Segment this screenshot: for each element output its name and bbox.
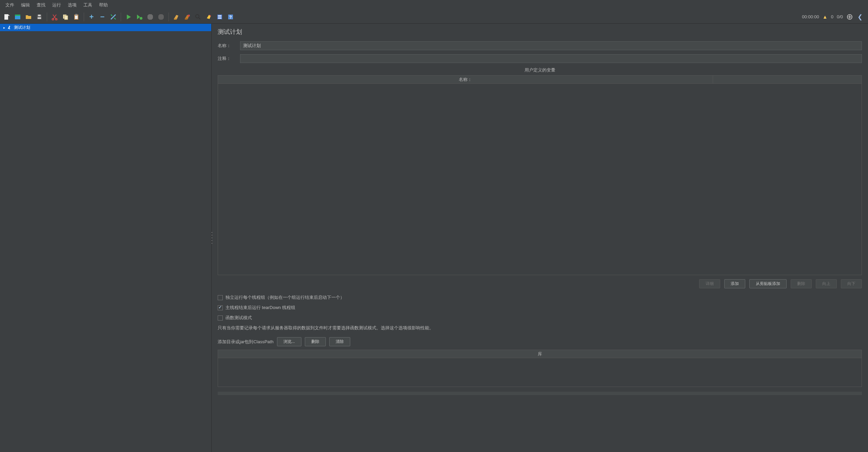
btn-add-from-clipboard[interactable]: 从剪贴板添加: [749, 279, 787, 288]
svg-rect-30: [9, 28, 10, 29]
name-label: 名称：: [218, 43, 236, 49]
menu-run[interactable]: 运行: [49, 1, 64, 9]
new-file-icon[interactable]: [2, 12, 12, 22]
shutdown-icon[interactable]: [156, 12, 166, 22]
warning-icon[interactable]: ▲: [823, 14, 828, 20]
btn-delete-jar[interactable]: 删除: [305, 337, 326, 346]
start-no-pause-icon[interactable]: [135, 12, 144, 22]
functional-mode-hint: 只有当你需要记录每个请求从服务器取得的数据到文件时才需要选择函数测试模式。选择这…: [218, 325, 862, 331]
svg-rect-10: [64, 16, 68, 20]
reset-search-icon[interactable]: [204, 12, 214, 22]
btn-add[interactable]: 添加: [724, 279, 745, 288]
cb-teardown-label: 主线程结束后运行 tearDown 线程组: [225, 305, 295, 311]
svg-rect-24: [218, 15, 221, 16]
toolbar: + − ? 00:00:00 ▲ 0 0/0 ❮: [0, 10, 868, 24]
help-icon[interactable]: ?: [226, 12, 235, 22]
toggle-icon[interactable]: [108, 12, 118, 22]
tree-root-label: 测试计划: [14, 25, 30, 30]
btn-down: 向下: [841, 279, 862, 288]
svg-point-16: [140, 17, 142, 20]
svg-marker-17: [147, 14, 153, 20]
copy-icon[interactable]: [61, 12, 70, 22]
timer-label: 00:00:00: [802, 14, 819, 19]
tree-toggle-icon[interactable]: ▸: [3, 26, 5, 29]
plus-icon[interactable]: +: [87, 12, 96, 22]
btn-up: 向上: [816, 279, 837, 288]
name-input[interactable]: [240, 41, 862, 50]
clear-icon[interactable]: [172, 12, 181, 22]
clear-all-icon[interactable]: [182, 12, 192, 22]
lib-body[interactable]: [218, 358, 862, 387]
function-helper-icon[interactable]: [215, 12, 224, 22]
lib-col-header[interactable]: 库: [218, 350, 862, 358]
menu-file[interactable]: 文件: [2, 1, 18, 9]
templates-icon[interactable]: [13, 12, 22, 22]
svg-marker-14: [127, 15, 131, 19]
btn-browse[interactable]: 浏览...: [277, 337, 301, 346]
svg-rect-5: [38, 15, 41, 16]
menu-search[interactable]: 查找: [33, 1, 49, 9]
search-icon[interactable]: [193, 12, 203, 22]
menu-bar: 文件 编辑 查找 运行 选项 工具 帮助: [0, 0, 868, 10]
svg-rect-26: [218, 18, 221, 19]
bottom-strip: [218, 392, 862, 395]
cb-functional-label: 函数测试模式: [225, 315, 252, 321]
test-plan-icon: [7, 25, 12, 30]
editor-panel: 测试计划 名称： 注释： 用户定义的变量 名称： 详细 添加 从剪贴板添加 删除…: [212, 24, 868, 452]
comment-label: 注释：: [218, 56, 236, 62]
menu-help[interactable]: 帮助: [96, 1, 111, 9]
svg-point-22: [196, 15, 199, 18]
btn-detail: 详细: [699, 279, 720, 288]
start-icon[interactable]: [124, 12, 133, 22]
menu-tools[interactable]: 工具: [80, 1, 96, 9]
svg-rect-19: [174, 18, 177, 20]
cb-serial-label: 独立运行每个线程组（例如在一个组运行结束后启动下一个）: [225, 294, 344, 301]
minus-icon[interactable]: −: [98, 12, 107, 22]
thread-counter: 0/0: [837, 14, 843, 19]
cb-functional-mode[interactable]: [218, 315, 223, 321]
open-icon[interactable]: [24, 12, 33, 22]
stop-icon[interactable]: [145, 12, 155, 22]
svg-marker-1: [8, 14, 10, 16]
vars-section-title: 用户定义的变量: [218, 67, 862, 73]
svg-rect-3: [15, 15, 20, 16]
cb-serial-threadgroups[interactable]: [218, 295, 223, 300]
split-handle[interactable]: [211, 231, 213, 245]
cb-teardown[interactable]: [218, 305, 223, 310]
svg-rect-13: [75, 16, 78, 19]
warning-count: 0: [831, 14, 833, 19]
btn-clear-jar[interactable]: 清除: [329, 337, 350, 346]
vars-table[interactable]: 名称：: [218, 75, 862, 275]
lib-table[interactable]: 库: [218, 350, 862, 387]
cut-icon[interactable]: [50, 12, 59, 22]
svg-marker-15: [137, 15, 140, 19]
save-icon[interactable]: [35, 12, 44, 22]
classpath-label: 添加目录或jar包到ClassPath: [218, 339, 274, 345]
feather-icon[interactable]: ❮: [856, 14, 863, 20]
panel-title: 测试计划: [218, 28, 862, 36]
svg-rect-6: [38, 17, 41, 19]
svg-point-21: [188, 15, 190, 17]
menu-edit[interactable]: 编辑: [18, 1, 33, 9]
svg-rect-12: [75, 14, 77, 15]
svg-rect-20: [185, 18, 188, 20]
expand-icon[interactable]: [846, 14, 853, 20]
paste-icon[interactable]: [72, 12, 81, 22]
vars-col-name[interactable]: 名称：: [218, 76, 713, 83]
menu-options[interactable]: 选项: [64, 1, 80, 9]
comment-input[interactable]: [240, 54, 862, 63]
svg-marker-18: [158, 14, 164, 20]
svg-rect-0: [4, 14, 8, 20]
vars-body[interactable]: [218, 84, 862, 275]
svg-rect-25: [218, 17, 221, 17]
svg-text:?: ?: [229, 15, 232, 20]
btn-delete: 删除: [791, 279, 812, 288]
tree-root-node[interactable]: ▸ 测试计划: [0, 24, 211, 31]
vars-col-value[interactable]: [713, 76, 862, 83]
test-tree[interactable]: ▸ 测试计划: [0, 24, 212, 452]
